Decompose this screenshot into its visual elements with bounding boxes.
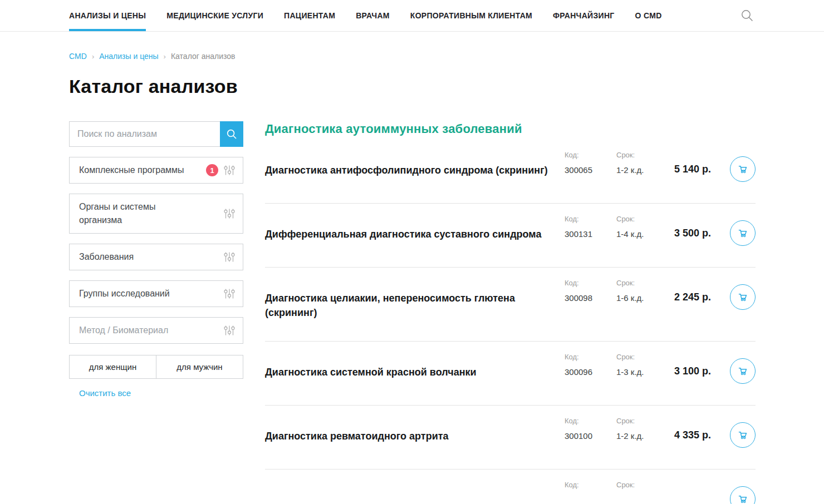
test-term-value: 1-4 к.д. (616, 229, 666, 240)
test-list: Диагностика антифосфолипидного синдрома … (265, 140, 756, 504)
tests-search-button[interactable] (220, 121, 243, 147)
nav-link[interactable]: АНАЛИЗЫ И ЦЕНЫ (69, 0, 146, 31)
test-code-value: 300065 (565, 165, 616, 176)
filter-button[interactable]: Органы и системы организма (69, 194, 243, 234)
test-row: Диагностика системной красной волчанки К… (265, 342, 756, 406)
catalog: Диагностика аутоиммунных заболеваний Диа… (265, 121, 756, 504)
test-code-label: Код: (565, 353, 616, 362)
nav-item: ВРАЧАМ (356, 0, 390, 31)
filter-list: Комплексные программы 1 Органы и системы… (69, 157, 243, 344)
breadcrumb-link[interactable]: Анализы и цены (99, 52, 158, 61)
test-code-label: Код: (565, 481, 616, 490)
test-title[interactable]: Диагностика целиакии, непереносимость гл… (265, 291, 549, 320)
test-code-label: Код: (565, 279, 616, 288)
test-price: 2 245 р. (666, 291, 711, 303)
test-term-value: 1-2 к.д. (616, 431, 666, 442)
test-code-value: 300131 (565, 229, 616, 240)
for-men-button[interactable]: для мужчин (156, 355, 243, 378)
section-title: Диагностика аутоиммунных заболеваний (265, 122, 756, 136)
sliders-icon (223, 251, 236, 263)
test-row: Диагностика ревматоидного артрита Код: 3… (265, 406, 756, 470)
filter-button[interactable]: Заболевания (69, 244, 243, 270)
main-nav: АНАЛИЗЫ И ЦЕНЫ МЕДИЦИНСКИЕ УСЛУГИ ПАЦИЕН… (69, 0, 662, 31)
test-code-value: 300098 (565, 293, 616, 304)
filters-sidebar: Комплексные программы 1 Органы и системы… (69, 121, 243, 398)
cart-icon (736, 226, 749, 240)
sliders-icon (223, 288, 236, 300)
nav-link[interactable]: ВРАЧАМ (356, 0, 390, 31)
test-title[interactable]: Диагностика системной красной волчанки (265, 365, 549, 379)
test-title[interactable]: Дифференциальная диагностика суставного … (265, 227, 549, 241)
test-code-label: Код: (565, 151, 616, 160)
filter-label: Комплексные программы (79, 164, 184, 177)
tests-search-input[interactable] (69, 121, 220, 147)
nav-link[interactable]: ПАЦИЕНТАМ (284, 0, 335, 31)
add-to-cart-button[interactable] (730, 486, 756, 504)
test-row: Диагностика целиакии, непереносимость гл… (265, 268, 756, 342)
for-women-button[interactable]: для женщин (70, 355, 156, 378)
nav-item: О CMD (635, 0, 662, 31)
test-row: Код: Срок: (265, 470, 756, 504)
header-search-button[interactable] (739, 8, 755, 23)
nav-link[interactable]: ФРАНЧАЙЗИНГ (553, 0, 614, 31)
test-title[interactable]: Диагностика ревматоидного артрита (265, 429, 549, 443)
nav-item: МЕДИЦИНСКИЕ УСЛУГИ (166, 0, 263, 31)
filter-count-badge: 1 (206, 164, 218, 176)
nav-link[interactable]: МЕДИЦИНСКИЕ УСЛУГИ (166, 0, 263, 31)
add-to-cart-button[interactable] (730, 358, 756, 384)
test-row: Дифференциальная диагностика суставного … (265, 204, 756, 268)
nav-item: КОРПОРАТИВНЫМ КЛИЕНТАМ (410, 0, 532, 31)
nav-item: АНАЛИЗЫ И ЦЕНЫ (69, 0, 146, 31)
nav-item: ПАЦИЕНТАМ (284, 0, 335, 31)
breadcrumb-current: Каталог анализов (171, 52, 236, 61)
test-code-value: 300100 (565, 431, 616, 442)
breadcrumb: CMD › Анализы и цены › Каталог анализов (69, 52, 756, 61)
sliders-icon (223, 324, 236, 337)
filter-button[interactable]: Группы исследований (69, 280, 243, 307)
tests-search (69, 121, 243, 147)
test-code-label: Код: (565, 417, 616, 426)
add-to-cart-button[interactable] (730, 220, 756, 246)
add-to-cart-button[interactable] (730, 156, 756, 182)
test-term-label: Срок: (616, 215, 666, 224)
add-to-cart-button[interactable] (730, 422, 756, 448)
test-code-label: Код: (565, 215, 616, 224)
filter-label: Группы исследований (79, 287, 170, 300)
filter-label: Заболевания (79, 250, 134, 264)
test-price: 3 100 р. (666, 365, 711, 377)
breadcrumb-link[interactable]: CMD (69, 52, 87, 61)
nav-link[interactable]: О CMD (635, 0, 662, 31)
sliders-icon (223, 164, 236, 176)
test-term-value: 1-6 к.д. (616, 293, 666, 304)
test-term-value: 1-3 к.д. (616, 367, 666, 378)
cart-icon (736, 492, 749, 504)
test-term-label: Срок: (616, 279, 666, 288)
gender-filter: для женщин для мужчин (69, 355, 243, 379)
test-price: 3 500 р. (666, 228, 711, 239)
page: CMD › Анализы и цены › Каталог анализов … (0, 52, 824, 504)
add-to-cart-button[interactable] (730, 284, 756, 310)
test-price: 5 140 р. (666, 164, 711, 175)
test-term-label: Срок: (616, 353, 666, 362)
clear-all-link[interactable]: Очистить все (79, 388, 131, 398)
search-icon (226, 129, 238, 140)
test-term-label: Срок: (616, 151, 666, 160)
page-title: Каталог анализов (69, 76, 756, 97)
test-code-value: 300096 (565, 367, 616, 378)
test-price: 4 335 р. (666, 429, 711, 441)
nav-item: ФРАНЧАЙЗИНГ (553, 0, 614, 31)
filter-button[interactable]: Метод / Биоматериал (69, 317, 243, 344)
test-term-label: Срок: (616, 481, 666, 490)
cart-icon (736, 364, 749, 378)
site-header: АНАЛИЗЫ И ЦЕНЫ МЕДИЦИНСКИЕ УСЛУГИ ПАЦИЕН… (0, 0, 824, 32)
filter-label: Органы и системы организма (79, 200, 200, 227)
search-icon (740, 8, 754, 23)
cart-icon (736, 428, 749, 442)
test-title[interactable]: Диагностика антифосфолипидного синдрома … (265, 163, 549, 177)
test-row: Диагностика антифосфолипидного синдрома … (265, 140, 756, 204)
cart-icon (736, 162, 749, 176)
nav-link[interactable]: КОРПОРАТИВНЫМ КЛИЕНТАМ (410, 0, 532, 31)
test-term-value: 1-2 к.д. (616, 165, 666, 176)
breadcrumb-separator-icon: › (92, 52, 94, 61)
filter-button[interactable]: Комплексные программы 1 (69, 157, 243, 184)
